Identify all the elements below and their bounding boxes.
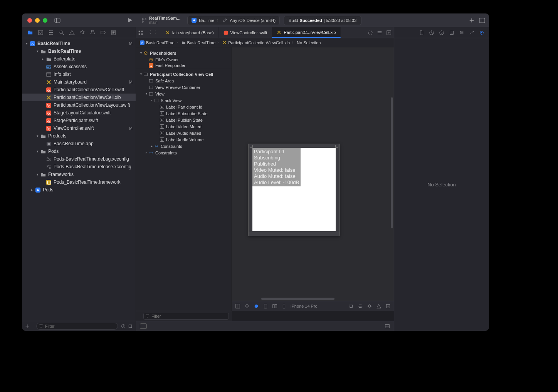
back-button[interactable]: 〈 [145, 29, 153, 36]
disclosure-icon[interactable]: ▾ [35, 173, 40, 176]
label-audio-level[interactable]: Audio Level: -100dB [254, 179, 299, 186]
tree-row[interactable]: ▾BasicRealTime [22, 47, 136, 55]
outline-row[interactable]: ▾Participant Collection View Cell [136, 71, 232, 77]
report-navigator-icon[interactable] [111, 30, 116, 35]
outline-row[interactable]: ▾Stack View [136, 97, 232, 104]
label-audio-muted[interactable]: Audio Muted: false [254, 173, 299, 179]
jumpbar-seg-3[interactable]: No Selection [297, 40, 321, 45]
outline-row[interactable]: 1First Responder [136, 63, 232, 69]
tree-row[interactable]: Main.storyboardM [22, 78, 136, 86]
outline-row[interactable]: LLabel Participant Id [136, 104, 232, 110]
disclosure-icon[interactable]: ▾ [35, 49, 40, 53]
tree-row[interactable]: ViewController.swiftM [22, 124, 136, 132]
editor-tab[interactable]: ParticipantC...nViewCell.xib [272, 27, 341, 38]
orientation-icon[interactable] [263, 303, 268, 309]
tree-row[interactable]: StageLayoutCalculator.swift [22, 109, 136, 117]
size-inspector-icon[interactable] [469, 30, 474, 35]
toggle-inspector-icon[interactable] [479, 17, 485, 23]
pin-icon[interactable] [367, 303, 372, 309]
disclosure-icon[interactable]: ▾ [139, 51, 143, 55]
tree-row[interactable]: Pods-BasicRealTime.debug.xcconfig [22, 155, 136, 163]
outline-row[interactable]: Safe Area [136, 77, 232, 84]
attributes-inspector-icon[interactable] [459, 30, 464, 35]
ib-canvas[interactable]: Participant ID Subscribing Published Vid… [232, 47, 394, 311]
related-items-icon[interactable] [136, 30, 145, 35]
add-file-button[interactable] [25, 324, 30, 328]
project-tree[interactable]: ▾ A BasicRealTime M ▾BasicRealTime▸Boile… [22, 38, 136, 321]
clock-icon[interactable] [121, 324, 126, 328]
add-editor-icon[interactable] [386, 30, 392, 35]
adjust-editor-icon[interactable] [377, 30, 382, 35]
toggle-debug-area-icon[interactable] [140, 323, 147, 329]
jumpbar-seg-2[interactable]: ParticipantCollectionViewCell.xib [228, 40, 290, 45]
connections-inspector-icon[interactable] [479, 30, 484, 35]
device-icon[interactable] [281, 303, 287, 309]
disclosure-icon[interactable]: ▸ [40, 57, 45, 61]
compare-icon[interactable] [368, 30, 373, 35]
editor-tab[interactable]: ViewController.swift [219, 27, 272, 38]
activity-status[interactable]: Build Succeeded | 5/30/23 at 08:03 [284, 16, 361, 25]
layout-icon[interactable] [272, 303, 277, 309]
disclosure-icon[interactable]: ▸ [150, 144, 154, 148]
run-button[interactable] [127, 17, 133, 23]
disclosure-icon[interactable]: ▾ [35, 149, 40, 153]
jumpbar-seg-1[interactable]: BasicRealTime [187, 40, 216, 45]
editor-tab[interactable]: lain.storyboard (Base) [161, 27, 219, 38]
outline-row[interactable]: ▾View [136, 90, 232, 97]
history-inspector-icon[interactable] [429, 30, 434, 35]
vertical-scrollbar[interactable] [391, 97, 393, 228]
outline-row[interactable]: LLabel Audio Muted [136, 130, 232, 136]
issue-navigator-icon[interactable] [69, 30, 75, 35]
tree-row[interactable]: ▾Products [22, 132, 136, 140]
tree-row[interactable]: ▸Boilerplate [22, 55, 136, 63]
label-published[interactable]: Published [254, 161, 299, 167]
zoom-window-button[interactable] [43, 18, 47, 23]
tree-row[interactable]: Pods_BasicRealTime.framework [22, 178, 136, 186]
outline-row[interactable]: ▸Constraints [136, 143, 232, 149]
disclosure-icon[interactable]: ▾ [139, 72, 143, 76]
project-branch[interactable]: RealTimeSam... main [149, 16, 180, 25]
device-name[interactable]: iPhone 14 Pro [291, 304, 318, 308]
tree-row[interactable]: Pods-BasicRealTime.release.xcconfig [22, 163, 136, 171]
toggle-outline-icon[interactable] [235, 303, 240, 309]
tree-row[interactable]: ▾Pods [22, 147, 136, 155]
identity-inspector-icon[interactable] [449, 30, 454, 35]
outline-row[interactable]: ▸Constraints [136, 149, 232, 156]
outline-row[interactable]: LLabel Subscribe State [136, 110, 232, 117]
debug-navigator-icon[interactable] [90, 30, 96, 35]
document-outline[interactable]: ▾PlaceholdersFile's Owner1First Responde… [136, 47, 232, 311]
minimize-window-button[interactable] [35, 18, 40, 23]
outline-row[interactable]: LLabel Audio Volume [136, 136, 232, 143]
collection-view-cell-preview[interactable]: Participant ID Subscribing Published Vid… [248, 144, 340, 236]
horizontal-scrollbar[interactable] [261, 298, 334, 300]
outline-row[interactable]: View Preview Container [136, 84, 232, 90]
tree-row[interactable]: Info.plist [22, 70, 136, 78]
jumpbar-seg-0[interactable]: BasicRealTime [146, 40, 175, 45]
disclosure-icon[interactable]: ▸ [30, 188, 34, 192]
outline-filter-input[interactable] [143, 313, 229, 320]
tree-row[interactable]: ▸APods [22, 186, 136, 194]
test-navigator-icon[interactable] [79, 30, 85, 35]
appearance-icon[interactable] [254, 303, 259, 309]
disclosure-icon[interactable]: ▾ [145, 92, 148, 95]
label-video-muted[interactable]: Video Muted: false [254, 167, 299, 173]
add-tab-button[interactable] [469, 18, 474, 23]
outline-row[interactable]: LLabel Publish State [136, 117, 232, 123]
label-subscribing[interactable]: Subscribing [254, 155, 299, 161]
console-collapse-icon[interactable] [385, 323, 390, 329]
find-navigator-icon[interactable] [59, 30, 64, 35]
project-navigator-icon[interactable] [27, 30, 33, 35]
source-control-navigator-icon[interactable] [38, 30, 44, 35]
outline-row[interactable]: LLabel Video Muted [136, 123, 232, 130]
tree-row[interactable]: StageParticipant.swift [22, 117, 136, 124]
embed-icon[interactable] [385, 303, 391, 309]
scm-filter-icon[interactable] [128, 324, 133, 328]
disclosure-icon[interactable]: ▸ [145, 151, 148, 154]
disclosure-icon[interactable]: ▾ [150, 99, 154, 102]
tree-row[interactable]: Assets.xcassets [22, 63, 136, 70]
tree-row[interactable]: ParticipantCollectionViewCell.swift [22, 86, 136, 94]
close-window-button[interactable] [27, 18, 32, 23]
file-inspector-icon[interactable] [419, 30, 424, 35]
tree-row[interactable]: ParticipantCollectionViewCell.xib [22, 94, 136, 101]
resolve-icon[interactable] [376, 303, 382, 309]
